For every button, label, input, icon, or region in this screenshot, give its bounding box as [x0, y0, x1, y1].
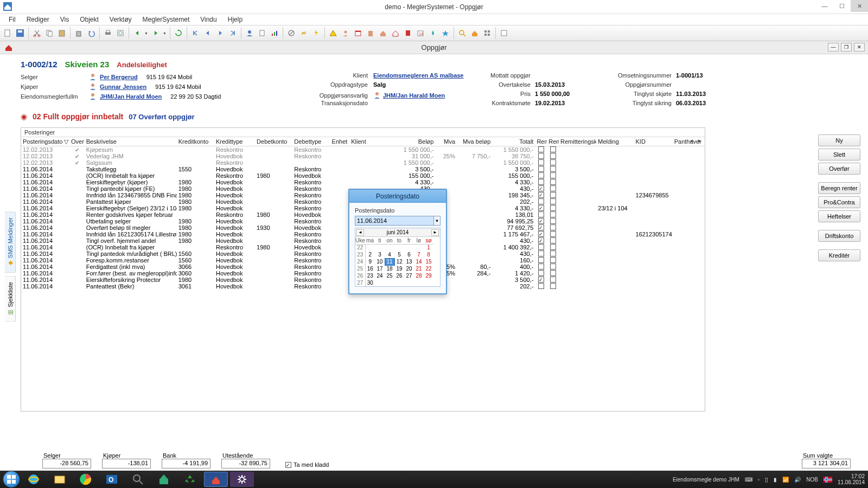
calendar-day[interactable]	[365, 244, 375, 251]
table-row[interactable]: 12.02.2013✔Vederlag JHMHovedbokReskontro…	[21, 153, 705, 159]
calendar-day[interactable]: 27	[404, 272, 414, 279]
th-debetkonto[interactable]: Debetkonto	[255, 138, 292, 145]
refresh-icon[interactable]	[173, 28, 184, 38]
calendar-day[interactable]: 13	[404, 258, 414, 265]
rem2-checkbox[interactable]	[550, 211, 556, 217]
th-mva[interactable]: Mva	[435, 138, 457, 145]
rem2-checkbox[interactable]	[550, 218, 556, 224]
doc-min-button[interactable]: —	[828, 43, 839, 52]
rem1-checkbox[interactable]	[538, 237, 544, 243]
user-icon[interactable]	[340, 28, 351, 38]
kjoper-link[interactable]: Gunnar Jenssen	[100, 84, 146, 90]
msystem-icon[interactable]	[204, 472, 228, 487]
star-icon[interactable]	[440, 28, 451, 38]
window-icon[interactable]	[499, 28, 509, 38]
rem1-checkbox[interactable]	[538, 205, 544, 211]
rem1-checkbox[interactable]	[538, 166, 544, 172]
rem1-checkbox[interactable]	[538, 231, 544, 237]
calendar-day[interactable]: 25	[385, 272, 394, 279]
back-dropdown-icon[interactable]: ▼	[144, 31, 149, 35]
start-button[interactable]	[3, 471, 20, 487]
prev-icon[interactable]	[202, 28, 213, 38]
menu-verktoy[interactable]: Verktøy	[105, 15, 136, 24]
cut-icon[interactable]	[31, 28, 42, 38]
rem1-checkbox[interactable]	[538, 159, 544, 165]
grid-icon[interactable]	[482, 28, 493, 38]
last-icon[interactable]	[227, 28, 238, 38]
menu-fil[interactable]: Fil	[4, 15, 20, 24]
calendar-day[interactable]: 10	[375, 258, 385, 265]
clock[interactable]: 17:02 11.06.2014	[838, 473, 865, 485]
calendar-day[interactable]: 14	[414, 258, 424, 265]
calendar-day[interactable]	[414, 279, 424, 286]
calendar-day[interactable]: 23	[365, 272, 375, 279]
rem1-checkbox[interactable]	[538, 218, 544, 224]
home-icon[interactable]	[4, 44, 13, 52]
tray-icon-2[interactable]: ▯	[765, 477, 768, 483]
ie-icon[interactable]	[22, 472, 46, 487]
rem2-checkbox[interactable]	[550, 166, 556, 172]
th-over[interactable]: Over	[69, 138, 85, 145]
calendar-day[interactable]: 21	[414, 265, 424, 272]
menu-rediger[interactable]: Rediger	[22, 15, 54, 24]
rem1-checkbox[interactable]	[538, 270, 544, 276]
next-month-icon[interactable]: ►	[431, 229, 439, 236]
rem2-checkbox[interactable]	[550, 257, 556, 263]
menu-meglersystemet[interactable]: MeglerSystemet	[138, 15, 194, 24]
rem1-checkbox[interactable]	[538, 172, 544, 178]
beregn-renter-button[interactable]: Beregn renter	[818, 182, 860, 194]
th-kid[interactable]: KID	[634, 138, 673, 145]
calendar-day[interactable]: 18	[385, 265, 394, 272]
recycle-icon[interactable]	[178, 472, 202, 487]
rem1-checkbox[interactable]	[538, 179, 544, 185]
ansv-link[interactable]: JHM/Jan Harald Moen	[383, 92, 445, 99]
table-row[interactable]: 12.02.2013✔SalgssumReskontro1 550 000,-1…	[21, 159, 705, 166]
rem2-checkbox[interactable]	[550, 146, 556, 152]
chart-icon[interactable]	[269, 28, 280, 38]
selger-link[interactable]: Per Bergerud	[100, 74, 138, 80]
rem2-checkbox[interactable]	[550, 231, 556, 237]
calendar-day[interactable]: 4	[385, 251, 394, 258]
rem1-checkbox[interactable]	[538, 192, 544, 198]
calendar-day[interactable]	[385, 279, 394, 286]
minimize-button[interactable]: —	[816, 0, 833, 12]
calendar-day[interactable]	[375, 279, 385, 286]
calendar-icon[interactable]	[353, 28, 363, 38]
calendar-day[interactable]: 3	[375, 251, 385, 258]
rem2-checkbox[interactable]	[550, 283, 556, 289]
th-totalt[interactable]: Totalt	[492, 138, 535, 145]
ta-med-kladd-checkbox[interactable]	[285, 462, 291, 468]
th-rem2[interactable]: Rem	[547, 138, 559, 145]
calendar-day[interactable]: 16	[365, 265, 375, 272]
dropdown-icon[interactable]: ▼	[434, 216, 441, 226]
flag-icon[interactable]	[824, 477, 832, 483]
doc-restore-button[interactable]: ❐	[841, 43, 852, 52]
calendar-day[interactable]	[424, 279, 433, 286]
rem1-checkbox[interactable]	[538, 277, 544, 282]
forward-icon[interactable]	[150, 28, 161, 38]
chrome-icon[interactable]	[74, 472, 98, 487]
fullm-link[interactable]: JHM/Jan Harald Moen	[100, 93, 162, 100]
doc-icon[interactable]	[257, 28, 267, 38]
keyboard-icon[interactable]: ⌨	[745, 477, 752, 483]
settings-tb-icon[interactable]	[230, 472, 254, 487]
volume-icon[interactable]: 🔊	[794, 477, 801, 483]
menu-vis[interactable]: Vis	[56, 15, 73, 24]
maximize-button[interactable]: ☐	[833, 0, 851, 12]
search-icon[interactable]	[457, 28, 468, 38]
calendar-day[interactable]: 7	[414, 251, 424, 258]
sidetab-sms[interactable]: ◆ SMS Meldinger	[5, 211, 16, 273]
rem2-checkbox[interactable]	[550, 264, 556, 269]
calendar-day[interactable]: 22	[424, 265, 433, 272]
slett-button[interactable]: Slett	[818, 149, 860, 160]
calendar-day[interactable]: 28	[414, 272, 424, 279]
calendar-day[interactable]: 6	[404, 251, 414, 258]
search-tb-icon[interactable]	[126, 472, 150, 487]
klient-link[interactable]: Eiendomsmegleren AS malbase	[373, 72, 464, 81]
cal2-icon[interactable]: 14	[415, 28, 426, 38]
app1-icon[interactable]	[152, 472, 176, 487]
next-icon[interactable]	[215, 28, 226, 38]
calendar-day[interactable]	[394, 279, 404, 286]
menu-hjelp[interactable]: Hjelp	[224, 15, 247, 24]
rem1-checkbox[interactable]	[538, 257, 544, 263]
